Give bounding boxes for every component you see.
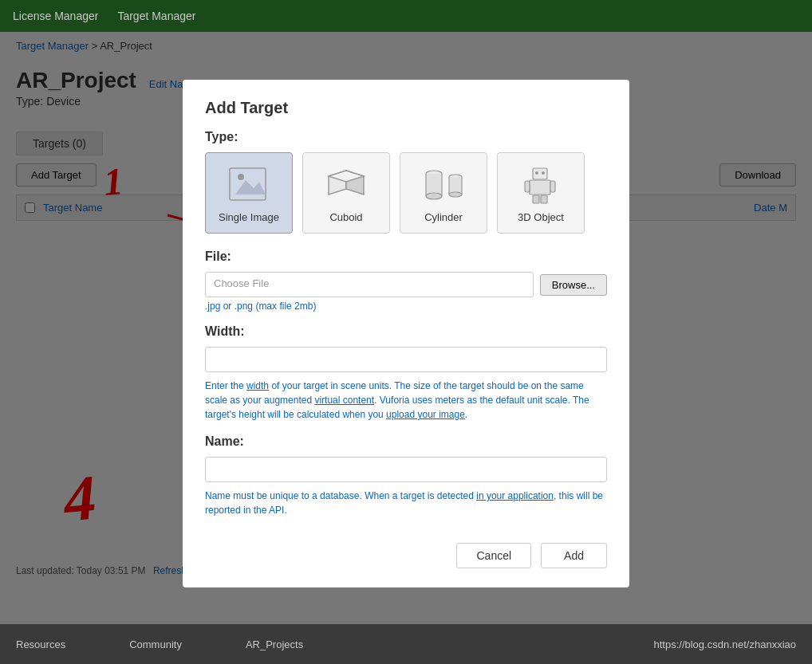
svg-rect-23 xyxy=(525,181,530,192)
width-desc-link3: upload your image xyxy=(386,409,465,420)
cylinder-label: Cylinder xyxy=(410,211,477,223)
name-description: Name must be unique to a database. When … xyxy=(205,489,607,517)
file-hint: .jpg or .png (max file 2mb) xyxy=(205,301,607,312)
svg-rect-22 xyxy=(530,180,550,194)
file-hint-link: .png xyxy=(235,301,253,312)
width-input[interactable] xyxy=(205,347,607,372)
modal-footer: Cancel Add xyxy=(205,533,607,568)
svg-rect-21 xyxy=(533,168,547,179)
file-placeholder-text: Choose File xyxy=(214,277,269,289)
name-section-label: Name: xyxy=(205,434,607,449)
cuboid-icon xyxy=(318,163,374,206)
svg-point-27 xyxy=(535,171,538,175)
cylinder-icon xyxy=(416,163,471,206)
3d-object-icon xyxy=(513,163,569,206)
browse-button[interactable]: Browse... xyxy=(540,274,607,296)
width-desc-link2: virtual content xyxy=(314,395,374,406)
svg-point-18 xyxy=(449,192,462,197)
width-section-label: Width: xyxy=(205,324,607,339)
footer-resources: Resources xyxy=(16,638,65,650)
name-desc-link1: in your application xyxy=(476,490,554,501)
footer-community: Community xyxy=(129,638,182,650)
add-button[interactable]: Add xyxy=(541,543,607,568)
modal-overlay: Add Target Type: Single Image xyxy=(0,32,812,664)
svg-point-13 xyxy=(426,193,442,199)
width-desc-plain1: Enter the xyxy=(205,380,246,391)
type-cuboid[interactable]: Cuboid xyxy=(302,152,390,234)
svg-rect-25 xyxy=(533,195,539,203)
nav-target-manager[interactable]: Target Manager xyxy=(117,10,195,22)
3d-object-label: 3D Object xyxy=(507,211,574,223)
top-navigation: License Manager Target Manager xyxy=(0,0,812,32)
single-image-icon xyxy=(221,163,277,206)
footer-ar-updates: AR_Projects xyxy=(246,638,303,650)
nav-license-manager[interactable]: License Manager xyxy=(13,10,98,22)
cancel-button[interactable]: Cancel xyxy=(456,543,531,568)
background-page: Target Manager > AR_Project AR_Project E… xyxy=(0,32,812,664)
type-cylinder[interactable]: Cylinder xyxy=(400,152,487,234)
file-section-label: File: xyxy=(205,249,607,264)
file-hint-rest: (max file 2mb) xyxy=(253,301,316,312)
width-desc-plain4: . xyxy=(465,409,467,420)
footer: Resources Community AR_Projects https://… xyxy=(0,624,812,664)
single-image-label: Single Image xyxy=(215,211,282,223)
svg-point-7 xyxy=(238,174,244,180)
type-section-label: Type: xyxy=(205,130,607,144)
type-single-image[interactable]: Single Image xyxy=(205,152,293,234)
name-input[interactable] xyxy=(205,457,607,482)
file-input-display: Choose File xyxy=(205,272,534,297)
width-description: Enter the width of your target in scene … xyxy=(205,379,607,422)
cuboid-label: Cuboid xyxy=(313,211,380,223)
svg-point-28 xyxy=(542,171,545,175)
footer-url: https://blog.csdn.net/zhanxxiao xyxy=(367,638,796,650)
file-row: Choose File Browse... xyxy=(205,272,607,297)
file-hint-plain: .jpg or xyxy=(205,301,235,312)
type-options: Single Image Cuboid xyxy=(205,152,607,234)
name-desc-plain1: Name must be unique to a database. When … xyxy=(205,490,476,501)
svg-rect-24 xyxy=(550,181,555,192)
modal-title: Add Target xyxy=(205,99,607,117)
width-desc-link1: width xyxy=(246,380,269,391)
add-target-modal: Add Target Type: Single Image xyxy=(183,80,629,587)
svg-rect-26 xyxy=(541,195,547,203)
type-3d-object[interactable]: 3D Object xyxy=(497,152,585,234)
